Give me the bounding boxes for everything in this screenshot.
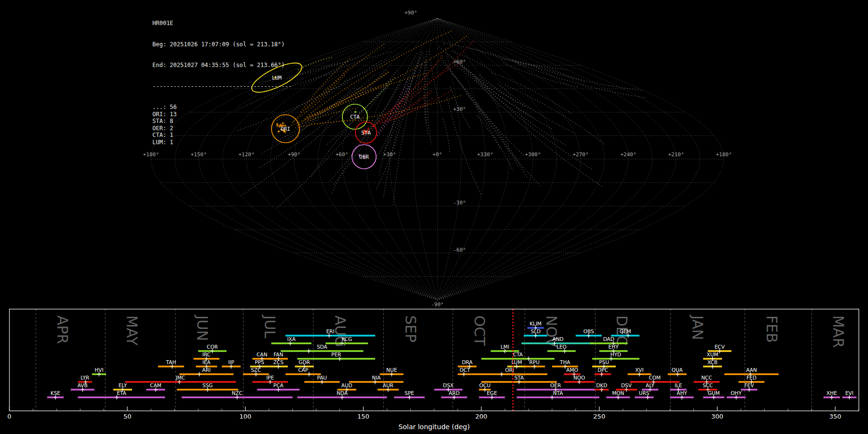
bar-label-PAU: PAU — [317, 375, 327, 380]
month-label: JUN — [194, 314, 211, 341]
count-line: ORI: 13 — [152, 111, 292, 118]
bar-label-PSU: PSU — [599, 359, 609, 365]
bar-label-SPE: SPE — [405, 390, 414, 396]
bar-label-DPC: DPC — [597, 367, 608, 373]
bar-label-OER: OER — [550, 382, 561, 388]
bar-label-AND: AND — [553, 336, 564, 342]
obs-begin: Beg: 20251026 17:07:09 (sol = 213.18°) — [152, 41, 292, 48]
bar-label-AUR: AUR — [383, 382, 393, 388]
bar-label-IPE: IPE — [266, 375, 274, 380]
meteor-trail-sporadic — [418, 57, 424, 95]
bar-label-IXA: IXA — [287, 336, 296, 342]
bar-label-SLD: SLD — [530, 328, 541, 334]
bar-label-IRC: IRC — [202, 352, 210, 357]
dec-label: -90° — [431, 301, 444, 308]
bar-label-DKD: DKD — [596, 382, 607, 388]
meteor-trail-sporadic — [503, 63, 579, 87]
bar-label-FAN: FAN — [273, 352, 283, 357]
meteor-trail-sporadic — [430, 52, 443, 113]
meteor-trail-sporadic — [456, 61, 567, 146]
tick-label: 250 — [593, 413, 605, 420]
month-label: SEP — [402, 315, 419, 342]
bar-label-SCC: SCC — [703, 382, 713, 388]
bar-label-ARI: ARI — [202, 367, 211, 373]
bar-label-NUE: NUE — [386, 367, 397, 373]
peak-marker-ARI — [198, 372, 201, 377]
meteor-trail-sporadic — [427, 70, 431, 144]
dec-label: +30° — [453, 106, 466, 112]
bar-label-DSX: DSX — [443, 382, 454, 388]
bar-label-EGE: EGE — [487, 390, 497, 396]
ra-label: +0° — [433, 151, 442, 158]
bar-label-KCG: KCG — [341, 336, 352, 342]
meteor-trail-ORI — [292, 44, 385, 123]
ra-label: +240° — [620, 151, 636, 158]
bar-label-DSV: DSV — [621, 382, 632, 388]
bar-label-ETA: ETA — [117, 390, 126, 396]
bar-label-OCT: OCT — [460, 367, 471, 373]
x-axis-title: Solar longitude (deg) — [398, 423, 470, 431]
bar-label-SDA: SDA — [317, 344, 328, 350]
bar-label-NZC: NZC — [232, 390, 243, 396]
bar-label-IIP: IIP — [228, 359, 234, 365]
bar-label-AAN: AAN — [746, 367, 757, 373]
bar-label-LYR: LYR — [81, 375, 89, 380]
meteor-trail-sporadic — [288, 62, 349, 80]
bar-label-NIA: NIA — [372, 375, 381, 380]
meteor-trail-sporadic — [470, 48, 569, 70]
bar-label-MON: MON — [612, 390, 624, 396]
count-line: LUM: 1 — [152, 139, 292, 146]
bar-label-XUM: XUM — [707, 352, 719, 357]
meteor-trail-sporadic — [492, 73, 572, 114]
bar-label-CTA: CTA — [513, 352, 523, 357]
meteor-trail-ORI — [305, 35, 469, 119]
radiant-label: STA — [361, 130, 371, 136]
meteor-trails — [235, 31, 646, 207]
bar-label-CAP: CAP — [298, 367, 308, 373]
bar-label-HYD: HYD — [610, 352, 621, 357]
bar-label-NCC: NCC — [701, 375, 712, 380]
bar-label-KLIM: KLIM — [529, 321, 542, 326]
month-label: APR — [54, 315, 71, 344]
month-label: MAY — [123, 315, 140, 346]
bar-label-AVB: AVB — [78, 382, 88, 388]
dec-label: -30° — [453, 200, 466, 206]
tick-label: 300 — [711, 413, 723, 420]
bar-label-TAH: TAH — [165, 359, 176, 365]
ra-label: +60° — [336, 151, 349, 158]
ra-label: +270° — [572, 151, 588, 158]
bar-label-LMI: LMI — [501, 344, 509, 350]
bar-label-THA: THA — [559, 359, 570, 365]
meteor-trail-sporadic — [344, 53, 398, 81]
meteor-trail-ORI — [297, 108, 357, 125]
radiant-STA: STA — [355, 122, 377, 143]
dec-label: -60° — [453, 247, 466, 253]
peak-marker-SDA — [307, 349, 311, 353]
tick-label: 0 — [7, 413, 11, 420]
radiant-label: CTA — [350, 114, 360, 120]
bar-label-IEA: IEA — [203, 359, 211, 365]
tick-label: 350 — [829, 413, 841, 420]
ra-label: +210° — [668, 151, 684, 158]
separator: ---------------------------------------- — [152, 83, 292, 90]
bar-label-XVI: XVI — [635, 367, 643, 373]
bar-label-XHE: XHE — [827, 390, 837, 396]
meteor-trail-STA — [392, 90, 451, 120]
bar-label-DAD: DAD — [603, 336, 614, 342]
meteor-trail-sporadic — [498, 84, 575, 133]
bar-label-ELY: ELY — [119, 382, 127, 388]
bar-label-JMC: JMC — [175, 375, 185, 380]
meteor-trail-sporadic — [476, 103, 541, 187]
bar-label-OBS: OBS — [583, 328, 594, 334]
bar-label-AHY: AHY — [677, 390, 687, 396]
bar-label-COM: COM — [649, 375, 661, 380]
bar-label-OCU: OCU — [479, 382, 490, 388]
meteor-trail-sporadic — [301, 52, 392, 86]
bar-label-DRA: DRA — [462, 359, 473, 365]
count-line: CTA: 1 — [152, 132, 292, 139]
bar-label-CAN: CAN — [257, 352, 267, 357]
meteor-trail-sporadic — [453, 63, 500, 108]
radiant-CTA: CTA — [342, 104, 367, 129]
bar-label-PCA: PCA — [273, 382, 284, 388]
bar-label-NOO: NOO — [573, 375, 585, 380]
